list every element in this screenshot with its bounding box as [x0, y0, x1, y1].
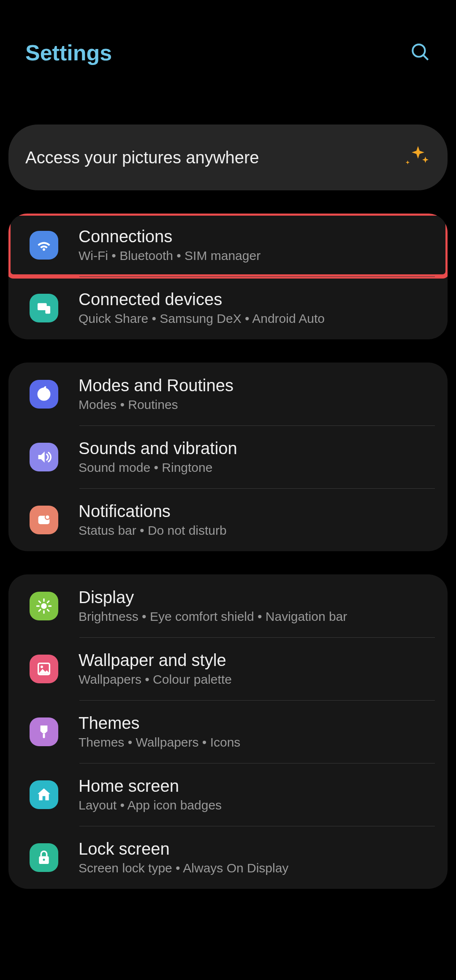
settings-row-title: Notifications — [79, 502, 435, 521]
settings-row-themes[interactable]: Themes Themes • Wallpapers • Icons — [8, 700, 448, 763]
image-icon — [30, 655, 58, 683]
paintbrush-icon — [30, 717, 58, 746]
settings-row-text: Modes and Routines Modes • Routines — [79, 376, 435, 412]
settings-row-sub: Wi-Fi • Bluetooth • SIM manager — [79, 249, 435, 263]
settings-row-sub: Wallpapers • Colour palette — [79, 672, 435, 687]
svg-line-1 — [423, 55, 428, 60]
svg-point-20 — [43, 858, 45, 861]
svg-point-17 — [41, 666, 43, 668]
modes-icon — [30, 380, 58, 409]
settings-row-text: Connected devices Quick Share • Samsung … — [79, 290, 435, 326]
settings-row-sub: Brightness • Eye comfort shield • Naviga… — [79, 609, 435, 624]
settings-row-connections[interactable]: Connections Wi-Fi • Bluetooth • SIM mana… — [8, 214, 448, 276]
settings-row-title: Modes and Routines — [79, 376, 435, 395]
settings-row-notifications[interactable]: Notifications Status bar • Do not distur… — [8, 488, 448, 551]
settings-row-text: Connections Wi-Fi • Bluetooth • SIM mana… — [79, 227, 435, 263]
search-icon[interactable] — [410, 41, 431, 64]
header: Settings — [0, 0, 456, 65]
settings-row-display[interactable]: Display Brightness • Eye comfort shield … — [8, 574, 448, 637]
settings-row-sounds[interactable]: Sounds and vibration Sound mode • Ringto… — [8, 425, 448, 488]
settings-row-modes[interactable]: Modes and Routines Modes • Routines — [8, 363, 448, 425]
svg-rect-18 — [43, 733, 45, 738]
settings-row-wallpaper[interactable]: Wallpaper and style Wallpapers • Colour … — [8, 637, 448, 700]
settings-row-text: Notifications Status bar • Do not distur… — [79, 502, 435, 538]
settings-row-title: Lock screen — [79, 839, 435, 858]
settings-row-title: Wallpaper and style — [79, 651, 435, 670]
settings-row-connected-devices[interactable]: Connected devices Quick Share • Samsung … — [8, 276, 448, 339]
svg-line-12 — [39, 601, 41, 603]
settings-group: Connections Wi-Fi • Bluetooth • SIM mana… — [8, 214, 448, 339]
settings-row-home-screen[interactable]: Home screen Layout • App icon badges — [8, 763, 448, 826]
promo-banner-text: Access your pictures anywhere — [25, 148, 259, 167]
lock-icon — [30, 843, 58, 872]
settings-row-title: Connected devices — [79, 290, 435, 309]
settings-row-title: Sounds and vibration — [79, 439, 435, 458]
settings-row-text: Lock screen Screen lock type • Always On… — [79, 839, 435, 875]
page-title: Settings — [25, 40, 112, 65]
svg-point-0 — [413, 44, 425, 57]
notification-icon — [30, 506, 58, 534]
settings-row-title: Home screen — [79, 777, 435, 796]
brightness-icon — [30, 592, 58, 620]
settings-row-title: Display — [79, 588, 435, 607]
settings-row-lock-screen[interactable]: Lock screen Screen lock type • Always On… — [8, 826, 448, 889]
svg-line-14 — [39, 609, 41, 611]
settings-row-sub: Quick Share • Samsung DeX • Android Auto — [79, 311, 435, 326]
settings-row-sub: Status bar • Do not disturb — [79, 523, 435, 538]
settings-row-sub: Screen lock type • Always On Display — [79, 861, 435, 875]
settings-row-sub: Themes • Wallpapers • Icons — [79, 735, 435, 750]
svg-point-7 — [41, 603, 46, 609]
settings-row-text: Sounds and vibration Sound mode • Ringto… — [79, 439, 435, 475]
settings-row-sub: Sound mode • Ringtone — [79, 460, 435, 475]
settings-row-sub: Modes • Routines — [79, 398, 435, 412]
settings-row-text: Themes Themes • Wallpapers • Icons — [79, 714, 435, 750]
svg-line-15 — [47, 601, 49, 603]
promo-banner[interactable]: Access your pictures anywhere — [8, 125, 448, 190]
sparkle-icon — [405, 144, 431, 171]
settings-group: Modes and Routines Modes • Routines Soun… — [8, 363, 448, 551]
svg-point-6 — [45, 515, 50, 520]
settings-row-text: Display Brightness • Eye comfort shield … — [79, 588, 435, 624]
settings-row-title: Themes — [79, 714, 435, 733]
settings-row-title: Connections — [79, 227, 435, 246]
settings-group: Display Brightness • Eye comfort shield … — [8, 574, 448, 889]
svg-rect-3 — [45, 306, 50, 314]
devices-icon — [30, 294, 58, 322]
settings-row-text: Wallpaper and style Wallpapers • Colour … — [79, 651, 435, 687]
wifi-icon — [30, 231, 58, 260]
home-icon — [30, 780, 58, 809]
settings-row-text: Home screen Layout • App icon badges — [79, 777, 435, 812]
svg-line-13 — [47, 609, 49, 611]
settings-row-sub: Layout • App icon badges — [79, 798, 435, 812]
volume-icon — [30, 443, 58, 471]
